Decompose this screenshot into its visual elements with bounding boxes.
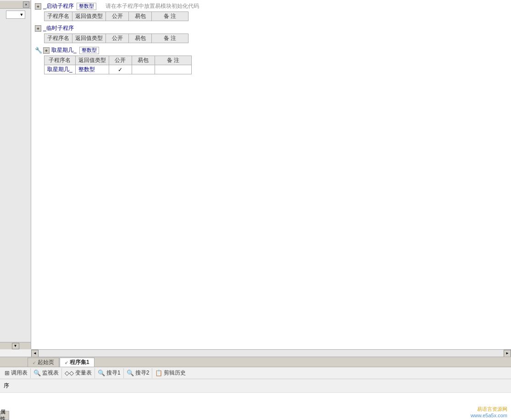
monitor-table-label: 监视表 [42, 369, 59, 377]
temp-table: 子程序名 返回值类型 公开 易包 备 注 [44, 34, 189, 43]
side-scroll-down-btn[interactable]: ▼ [12, 343, 19, 349]
wrench-icon: 🔧 [35, 47, 42, 54]
cell-notes [155, 65, 191, 74]
search2-label: 搜寻2 [135, 369, 150, 377]
col-header-notes: 备 注 [152, 12, 189, 21]
startup-hint-text: 请在本子程序中放置易模块初始化代码 [106, 2, 199, 10]
toolbar-search2[interactable]: 🔍 搜寻2 [124, 368, 153, 378]
call-table-label: 调用表 [11, 369, 28, 377]
temp-subroutine-section: + _临时子程序 子程序名 返回值类型 公开 易包 备 注 [35, 24, 507, 43]
startup-table: 子程序名 返回值类型 公开 易包 备 注 [44, 11, 189, 21]
tab-home[interactable]: ↙ 起始页 [28, 358, 59, 367]
col-header-easy-pkg3: 易包 [132, 56, 155, 65]
col-header-return-type2: 返回值类型 [72, 34, 106, 43]
bottom-toolbar: ⊞ 调用表 🔍 监视表 ◇◇ 变量表 🔍 搜寻1 🔍 搜寻2 📋 剪辑历史 [0, 367, 511, 379]
temp-subroutine-header: + _临时子程序 [35, 24, 507, 33]
toolbar-call-table[interactable]: ⊞ 调用表 [2, 368, 31, 378]
startup-return-type-badge: 整数型 [77, 3, 96, 10]
col-header-public: 公开 [106, 12, 129, 21]
tab-program-set1-arrow: ↙ [65, 360, 68, 365]
main-container: × ▼ ▼ + [0, 0, 511, 420]
side-dropdown[interactable]: ▼ [6, 11, 25, 19]
side-scrollbar-bottom: ▼ [0, 342, 31, 349]
monitor-table-icon: 🔍 [33, 370, 41, 376]
side-scroll-area [0, 19, 31, 349]
temp-subroutine-name: _临时子程序 [43, 24, 74, 32]
watermark-area: 易语言资源网 www.e5a5x.com [0, 392, 511, 420]
status-bar: 序 [0, 379, 511, 392]
side-panel-top: × [0, 1, 31, 9]
toolbar-clip-history[interactable]: 📋 剪辑历史 [152, 368, 189, 378]
col-header-notes3: 备 注 [155, 56, 191, 65]
startup-add-button[interactable]: + [35, 3, 41, 10]
scroll-right-btn[interactable]: ► [504, 350, 511, 357]
tab-program-set1[interactable]: ↙ 程序集1 [60, 358, 94, 367]
tab-bar: ↙ 起始页 ↙ 程序集1 属性 [0, 357, 511, 367]
call-table-icon: ⊞ [5, 370, 10, 376]
startup-subroutine-header: + _启动子程序 整数型 请在本子程序中放置易模块初始化代码 [35, 2, 507, 11]
col-header-name: 子程序名 [44, 12, 72, 21]
weekday-return-type: 整数型 [82, 47, 97, 54]
toolbar-monitor-table[interactable]: 🔍 监视表 [31, 368, 62, 378]
weekday-table: 子程序名 返回值类型 公开 易包 备 注 取星期几_ 整数型 ✓ [44, 56, 192, 74]
search2-icon: 🔍 [127, 370, 134, 376]
variable-table-label: 变量表 [75, 369, 92, 377]
cell-subroutine-name: 取星期几_ [44, 65, 76, 74]
attr-tab-label: 属性 [0, 409, 9, 420]
startup-return-type: 整数型 [79, 3, 94, 10]
clip-history-label: 剪辑历史 [164, 369, 186, 377]
startup-subroutine-name: _启动子程序 [43, 2, 74, 10]
weekday-subroutine-name: 取星期几_ [51, 46, 77, 54]
temp-add-button[interactable]: + [35, 25, 41, 32]
weekday-return-type-badge: 整数型 [79, 47, 99, 54]
cell-public-check: ✓ [109, 65, 132, 74]
watermark-line2: www.e5a5x.com [471, 413, 507, 418]
dropdown-arrow-icon: ▼ [20, 12, 24, 17]
cell-easy-pkg [132, 65, 155, 74]
col-header-return-type: 返回值类型 [72, 12, 106, 21]
top-area: × ▼ ▼ + [0, 0, 511, 349]
startup-subroutine-section: + _启动子程序 整数型 请在本子程序中放置易模块初始化代码 子程序名 [35, 2, 507, 21]
cell-return-type: 整数型 [75, 65, 109, 74]
clip-history-icon: 📋 [155, 370, 162, 376]
col-header-easy-pkg2: 易包 [129, 34, 152, 43]
toolbar-search1[interactable]: 🔍 搜寻1 [95, 368, 124, 378]
search1-label: 搜寻1 [106, 369, 121, 377]
toolbar-variable-table[interactable]: ◇◇ 变量表 [62, 368, 95, 378]
content-area: + _启动子程序 整数型 请在本子程序中放置易模块初始化代码 子程序名 [31, 0, 511, 349]
watermark-text: 易语言资源网 www.e5a5x.com [471, 406, 507, 418]
tab-home-label: 起始页 [38, 358, 54, 366]
weekday-subroutine-header: 🔧 + 取星期几_ 整数型 [35, 46, 507, 55]
attr-tab-left[interactable]: 属性 [0, 411, 9, 420]
side-panel: × ▼ ▼ [0, 0, 31, 349]
table-row[interactable]: 取星期几_ 整数型 ✓ [44, 65, 192, 74]
window-close-button[interactable]: × [23, 1, 29, 8]
tab-home-arrow: ↙ [33, 360, 36, 365]
col-header-public2: 公开 [106, 34, 129, 43]
table-wrapper: + _启动子程序 整数型 请在本子程序中放置易模块初始化代码 子程序名 [31, 0, 511, 79]
col-header-return-type3: 返回值类型 [75, 56, 109, 65]
weekday-add-button[interactable]: + [43, 47, 50, 54]
horizontal-scrollbar: ◄ ► [31, 349, 511, 357]
watermark-line1: 易语言资源网 [471, 406, 507, 413]
scroll-track [39, 350, 504, 357]
col-header-name3: 子程序名 [44, 56, 76, 65]
status-text: 序 [4, 382, 9, 390]
col-header-name2: 子程序名 [44, 34, 72, 43]
col-header-public3: 公开 [109, 56, 132, 65]
scroll-left-btn[interactable]: ◄ [31, 350, 39, 357]
variable-table-icon: ◇◇ [65, 370, 74, 376]
col-header-easy-pkg: 易包 [129, 12, 152, 21]
weekday-subroutine-section: 🔧 + 取星期几_ 整数型 子程序名 [35, 46, 507, 74]
tab-program-set1-label: 程序集1 [70, 358, 89, 366]
col-header-notes2: 备 注 [152, 34, 189, 43]
search1-icon: 🔍 [98, 370, 105, 376]
